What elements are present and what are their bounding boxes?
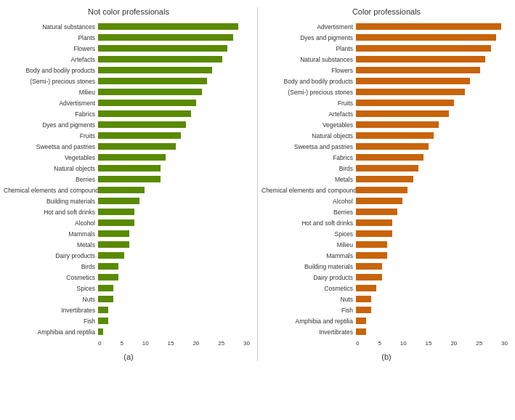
bar-row: Building materials [261,262,511,271]
bar [356,89,465,95]
bar [98,143,176,150]
bar-label: Mammals [261,252,356,259]
bar [356,241,387,248]
bar-row: Invertibrates [261,327,511,336]
bar-label: (Semi-) precious stones [4,78,98,85]
bar [98,176,161,182]
bar-label: Birds [261,165,356,172]
bar-row: Milieu [4,87,254,97]
bar-wrap [98,89,254,95]
bar [356,67,480,73]
bar-label: Fabrics [261,154,356,161]
bar-wrap [98,209,254,215]
bar-row: Chemical elements and compounds [261,185,511,195]
bar-label: Amphibia and reptilia [261,318,356,325]
bar-label: Spices [261,230,356,238]
bar-row: Body and bodily products [4,65,254,75]
bar-wrap [356,274,511,280]
bar-label: Body and bodily products [4,67,98,74]
bar [356,45,491,52]
bar-wrap [356,132,511,139]
bar-label: Fruits [261,100,356,107]
bar-label: Invertibrates [261,328,356,336]
bar [356,252,387,259]
bar-label: Metals [4,241,98,249]
bar-wrap [356,100,511,106]
bar-row: Sweetsa and pastries [4,142,254,151]
bar [98,132,181,139]
bar-label: Birds [4,263,98,270]
bar-row: Building materials [4,196,254,206]
bar-row: (Semi-) precious stones [261,87,511,97]
bar-label: Cosmetics [4,274,98,281]
bar [98,45,227,52]
bar [356,209,397,215]
bar-wrap [356,67,511,73]
bar [356,176,413,182]
bar-wrap [98,263,254,270]
bar-wrap [98,252,254,259]
bar [356,34,496,41]
bar [98,187,145,193]
bar-label: Natural substances [261,56,356,63]
chart-title-left: Not color professionals [88,7,169,16]
bar-label: Dyes and pigments [4,121,98,129]
bar-label: Body and bodily products [261,78,356,85]
x-tick: 30 [243,340,250,347]
bar-row: Natural objects [261,131,511,140]
bar-wrap [356,328,511,335]
bar-label: Advertisment [261,23,356,31]
bar [356,307,371,313]
bar-wrap [98,318,254,324]
bar-wrap [356,110,511,117]
bar-wrap [98,296,254,302]
bar-label: Nuts [4,296,98,303]
bar [356,78,470,84]
bar-wrap [356,121,511,128]
bar [356,274,382,280]
bar-wrap [98,143,254,150]
bar-label: Invertibrates [4,307,98,314]
bar [98,318,108,324]
bar-label: Sweetsa and pastries [4,143,98,150]
bar [98,100,196,106]
bar-row: Invertibrates [4,305,254,315]
x-axis-left: 051015202530 [98,340,254,347]
bar-wrap [356,198,511,204]
bar-row: Vegetables [261,120,511,129]
bar [98,285,113,291]
bar-wrap [98,78,254,84]
bar-row: Cosmetics [261,283,511,293]
bar-row: Dyes and pigments [261,33,511,42]
bar-wrap [356,285,511,291]
bar-row: Natural objects [4,163,254,173]
bar-label: Advertisment [4,100,98,107]
bar [356,318,366,324]
bar-row: Fabrics [4,109,254,118]
bar-label: Fruits [4,132,98,140]
bar-row: Alcohol [261,196,511,206]
bar-wrap [98,219,254,226]
bar-label: Natural substances [4,23,98,31]
bar [98,121,186,128]
bar [98,274,118,280]
x-tick: 10 [142,340,149,347]
x-tick: 25 [476,340,482,347]
bar-wrap [98,34,254,41]
bar [98,23,238,30]
bar-wrap [98,241,254,248]
bar-row: Hot and soft drinks [261,218,511,227]
bar-label: Flowers [261,67,356,74]
bar-wrap [98,45,254,52]
bar-row: (Semi-) precious stones [4,76,254,86]
bar [98,209,134,215]
bar-row: Amphibia and reptilia [261,316,511,326]
bar-row: Dyes and pigments [4,120,254,129]
bar [356,121,439,128]
bar-row: Natural substances [261,54,511,64]
chart-panel-left: Not color professionalsNatural substance… [4,7,254,361]
bar-label: Dairy products [4,252,98,259]
bar-wrap [356,307,511,313]
bar-row: Sweetsa and pastries [261,142,511,151]
bar-label: Dyes and pigments [261,34,356,41]
